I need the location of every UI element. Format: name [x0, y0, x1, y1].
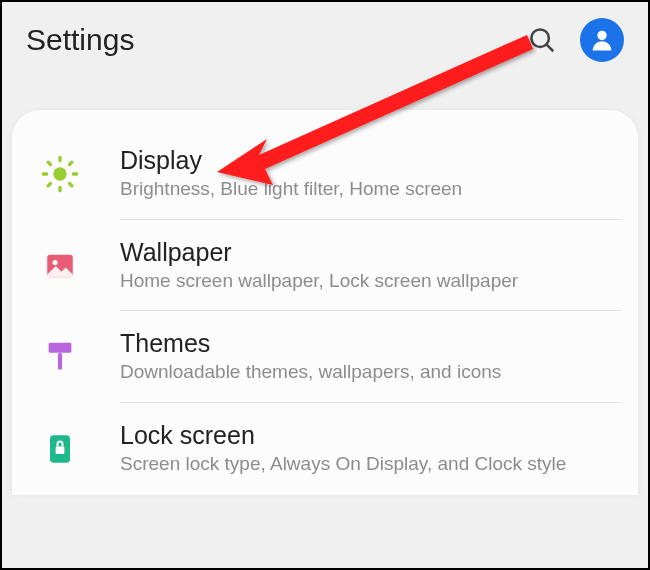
person-icon: [588, 26, 616, 54]
brightness-icon: [38, 152, 82, 196]
lock-icon: [38, 427, 82, 471]
settings-list: Display Brightness, Blue light filter, H…: [12, 110, 638, 495]
item-title: Lock screen: [120, 421, 612, 450]
paint-icon: [38, 335, 82, 379]
item-title: Wallpaper: [120, 238, 612, 267]
item-subtitle: Home screen wallpaper, Lock screen wallp…: [120, 269, 612, 294]
settings-item-wallpaper[interactable]: Wallpaper Home screen wallpaper, Lock sc…: [12, 220, 638, 312]
svg-rect-15: [58, 353, 62, 370]
item-subtitle: Screen lock type, Always On Display, and…: [120, 452, 612, 477]
svg-line-11: [70, 162, 72, 164]
svg-line-1: [546, 44, 553, 51]
image-icon: [38, 244, 82, 288]
svg-point-0: [531, 29, 549, 47]
page-title: Settings: [26, 23, 524, 57]
item-subtitle: Downloadable themes, wallpapers, and ico…: [120, 360, 612, 385]
svg-line-10: [48, 184, 50, 186]
svg-line-8: [48, 162, 50, 164]
item-text: Display Brightness, Blue light filter, H…: [120, 146, 612, 202]
svg-point-13: [52, 260, 57, 265]
svg-point-3: [53, 167, 66, 180]
item-text: Lock screen Screen lock type, Always On …: [120, 421, 612, 477]
search-icon: [527, 25, 557, 55]
header-actions: [524, 18, 624, 62]
svg-rect-17: [56, 447, 65, 455]
profile-avatar[interactable]: [580, 18, 624, 62]
item-subtitle: Brightness, Blue light filter, Home scre…: [120, 177, 612, 202]
svg-line-9: [70, 184, 72, 186]
item-title: Themes: [120, 329, 612, 358]
settings-item-themes[interactable]: Themes Downloadable themes, wallpapers, …: [12, 311, 638, 403]
settings-item-lockscreen[interactable]: Lock screen Screen lock type, Always On …: [12, 403, 638, 495]
svg-point-2: [597, 31, 606, 40]
item-title: Display: [120, 146, 612, 175]
settings-item-display[interactable]: Display Brightness, Blue light filter, H…: [12, 128, 638, 220]
search-button[interactable]: [524, 22, 560, 58]
item-text: Themes Downloadable themes, wallpapers, …: [120, 329, 612, 385]
svg-rect-14: [49, 343, 72, 353]
item-text: Wallpaper Home screen wallpaper, Lock sc…: [120, 238, 612, 294]
header: Settings: [2, 2, 648, 110]
